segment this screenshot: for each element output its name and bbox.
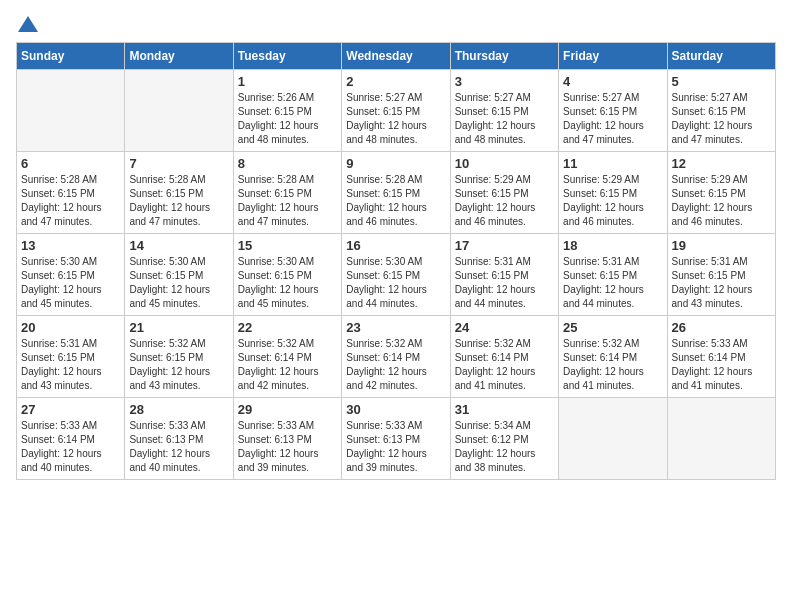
day-cell: 27Sunrise: 5:33 AM Sunset: 6:14 PM Dayli… (17, 398, 125, 480)
day-cell: 10Sunrise: 5:29 AM Sunset: 6:15 PM Dayli… (450, 152, 558, 234)
day-cell: 2Sunrise: 5:27 AM Sunset: 6:15 PM Daylig… (342, 70, 450, 152)
day-cell: 20Sunrise: 5:31 AM Sunset: 6:15 PM Dayli… (17, 316, 125, 398)
day-info: Sunrise: 5:31 AM Sunset: 6:15 PM Dayligh… (455, 255, 554, 311)
day-number: 21 (129, 320, 228, 335)
day-info: Sunrise: 5:33 AM Sunset: 6:14 PM Dayligh… (21, 419, 120, 475)
day-cell: 13Sunrise: 5:30 AM Sunset: 6:15 PM Dayli… (17, 234, 125, 316)
day-info: Sunrise: 5:31 AM Sunset: 6:15 PM Dayligh… (21, 337, 120, 393)
header-saturday: Saturday (667, 43, 775, 70)
day-number: 3 (455, 74, 554, 89)
day-number: 14 (129, 238, 228, 253)
day-cell: 29Sunrise: 5:33 AM Sunset: 6:13 PM Dayli… (233, 398, 341, 480)
day-number: 12 (672, 156, 771, 171)
day-cell: 25Sunrise: 5:32 AM Sunset: 6:14 PM Dayli… (559, 316, 667, 398)
day-cell: 15Sunrise: 5:30 AM Sunset: 6:15 PM Dayli… (233, 234, 341, 316)
week-row-1: 6Sunrise: 5:28 AM Sunset: 6:15 PM Daylig… (17, 152, 776, 234)
day-info: Sunrise: 5:31 AM Sunset: 6:15 PM Dayligh… (672, 255, 771, 311)
day-info: Sunrise: 5:27 AM Sunset: 6:15 PM Dayligh… (346, 91, 445, 147)
day-cell (125, 70, 233, 152)
day-cell: 18Sunrise: 5:31 AM Sunset: 6:15 PM Dayli… (559, 234, 667, 316)
day-number: 1 (238, 74, 337, 89)
day-cell: 24Sunrise: 5:32 AM Sunset: 6:14 PM Dayli… (450, 316, 558, 398)
day-number: 29 (238, 402, 337, 417)
day-info: Sunrise: 5:32 AM Sunset: 6:15 PM Dayligh… (129, 337, 228, 393)
day-info: Sunrise: 5:28 AM Sunset: 6:15 PM Dayligh… (129, 173, 228, 229)
calendar-table: SundayMondayTuesdayWednesdayThursdayFrid… (16, 42, 776, 480)
day-number: 24 (455, 320, 554, 335)
day-info: Sunrise: 5:33 AM Sunset: 6:13 PM Dayligh… (129, 419, 228, 475)
day-info: Sunrise: 5:32 AM Sunset: 6:14 PM Dayligh… (455, 337, 554, 393)
header-friday: Friday (559, 43, 667, 70)
day-number: 20 (21, 320, 120, 335)
day-cell (667, 398, 775, 480)
day-number: 18 (563, 238, 662, 253)
day-number: 4 (563, 74, 662, 89)
day-number: 11 (563, 156, 662, 171)
day-info: Sunrise: 5:30 AM Sunset: 6:15 PM Dayligh… (238, 255, 337, 311)
day-cell: 1Sunrise: 5:26 AM Sunset: 6:15 PM Daylig… (233, 70, 341, 152)
day-cell: 4Sunrise: 5:27 AM Sunset: 6:15 PM Daylig… (559, 70, 667, 152)
day-info: Sunrise: 5:26 AM Sunset: 6:15 PM Dayligh… (238, 91, 337, 147)
day-info: Sunrise: 5:29 AM Sunset: 6:15 PM Dayligh… (455, 173, 554, 229)
day-cell (17, 70, 125, 152)
day-number: 25 (563, 320, 662, 335)
day-cell: 14Sunrise: 5:30 AM Sunset: 6:15 PM Dayli… (125, 234, 233, 316)
day-number: 5 (672, 74, 771, 89)
day-cell: 23Sunrise: 5:32 AM Sunset: 6:14 PM Dayli… (342, 316, 450, 398)
day-cell (559, 398, 667, 480)
day-number: 10 (455, 156, 554, 171)
day-number: 30 (346, 402, 445, 417)
day-number: 26 (672, 320, 771, 335)
day-info: Sunrise: 5:30 AM Sunset: 6:15 PM Dayligh… (346, 255, 445, 311)
day-cell: 6Sunrise: 5:28 AM Sunset: 6:15 PM Daylig… (17, 152, 125, 234)
day-number: 7 (129, 156, 228, 171)
day-info: Sunrise: 5:33 AM Sunset: 6:13 PM Dayligh… (238, 419, 337, 475)
day-number: 23 (346, 320, 445, 335)
day-cell: 30Sunrise: 5:33 AM Sunset: 6:13 PM Dayli… (342, 398, 450, 480)
day-number: 15 (238, 238, 337, 253)
day-number: 8 (238, 156, 337, 171)
week-row-2: 13Sunrise: 5:30 AM Sunset: 6:15 PM Dayli… (17, 234, 776, 316)
day-info: Sunrise: 5:34 AM Sunset: 6:12 PM Dayligh… (455, 419, 554, 475)
day-cell: 9Sunrise: 5:28 AM Sunset: 6:15 PM Daylig… (342, 152, 450, 234)
day-info: Sunrise: 5:27 AM Sunset: 6:15 PM Dayligh… (672, 91, 771, 147)
day-number: 17 (455, 238, 554, 253)
day-info: Sunrise: 5:32 AM Sunset: 6:14 PM Dayligh… (346, 337, 445, 393)
day-info: Sunrise: 5:29 AM Sunset: 6:15 PM Dayligh… (672, 173, 771, 229)
day-cell: 11Sunrise: 5:29 AM Sunset: 6:15 PM Dayli… (559, 152, 667, 234)
day-number: 13 (21, 238, 120, 253)
day-info: Sunrise: 5:31 AM Sunset: 6:15 PM Dayligh… (563, 255, 662, 311)
day-number: 16 (346, 238, 445, 253)
week-row-4: 27Sunrise: 5:33 AM Sunset: 6:14 PM Dayli… (17, 398, 776, 480)
day-info: Sunrise: 5:32 AM Sunset: 6:14 PM Dayligh… (563, 337, 662, 393)
day-number: 19 (672, 238, 771, 253)
week-row-0: 1Sunrise: 5:26 AM Sunset: 6:15 PM Daylig… (17, 70, 776, 152)
day-info: Sunrise: 5:28 AM Sunset: 6:15 PM Dayligh… (346, 173, 445, 229)
header-monday: Monday (125, 43, 233, 70)
header-wednesday: Wednesday (342, 43, 450, 70)
day-info: Sunrise: 5:28 AM Sunset: 6:15 PM Dayligh… (21, 173, 120, 229)
day-info: Sunrise: 5:33 AM Sunset: 6:13 PM Dayligh… (346, 419, 445, 475)
day-info: Sunrise: 5:32 AM Sunset: 6:14 PM Dayligh… (238, 337, 337, 393)
logo-triangle-icon (18, 16, 38, 32)
day-cell: 16Sunrise: 5:30 AM Sunset: 6:15 PM Dayli… (342, 234, 450, 316)
week-row-3: 20Sunrise: 5:31 AM Sunset: 6:15 PM Dayli… (17, 316, 776, 398)
logo (16, 16, 38, 34)
day-info: Sunrise: 5:28 AM Sunset: 6:15 PM Dayligh… (238, 173, 337, 229)
day-number: 22 (238, 320, 337, 335)
day-info: Sunrise: 5:30 AM Sunset: 6:15 PM Dayligh… (21, 255, 120, 311)
day-cell: 7Sunrise: 5:28 AM Sunset: 6:15 PM Daylig… (125, 152, 233, 234)
day-cell: 5Sunrise: 5:27 AM Sunset: 6:15 PM Daylig… (667, 70, 775, 152)
header-sunday: Sunday (17, 43, 125, 70)
day-cell: 22Sunrise: 5:32 AM Sunset: 6:14 PM Dayli… (233, 316, 341, 398)
day-info: Sunrise: 5:27 AM Sunset: 6:15 PM Dayligh… (455, 91, 554, 147)
day-number: 2 (346, 74, 445, 89)
day-number: 28 (129, 402, 228, 417)
day-number: 27 (21, 402, 120, 417)
day-info: Sunrise: 5:33 AM Sunset: 6:14 PM Dayligh… (672, 337, 771, 393)
header-row: SundayMondayTuesdayWednesdayThursdayFrid… (17, 43, 776, 70)
header-thursday: Thursday (450, 43, 558, 70)
day-cell: 31Sunrise: 5:34 AM Sunset: 6:12 PM Dayli… (450, 398, 558, 480)
day-cell: 12Sunrise: 5:29 AM Sunset: 6:15 PM Dayli… (667, 152, 775, 234)
day-cell: 3Sunrise: 5:27 AM Sunset: 6:15 PM Daylig… (450, 70, 558, 152)
